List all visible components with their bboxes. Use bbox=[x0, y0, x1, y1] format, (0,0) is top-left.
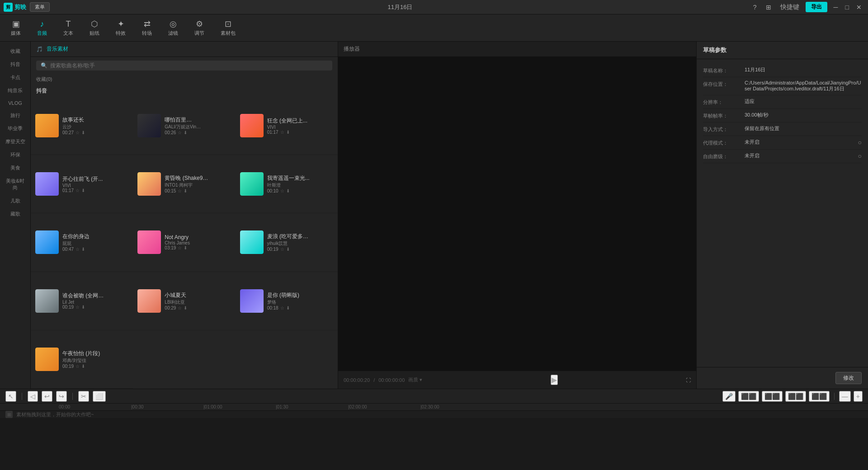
redo-btn[interactable]: ↪ bbox=[56, 391, 67, 402]
song-artist-11: LBI利比亚 bbox=[165, 299, 231, 306]
sidebar-item-vlog[interactable]: VLOG bbox=[3, 98, 28, 108]
sidebar-item-pure-music[interactable]: 纯音乐 bbox=[3, 85, 28, 97]
toolbar-materials[interactable]: ⊡ 素材包 bbox=[217, 17, 239, 38]
star-btn-5[interactable]: ☆ bbox=[178, 188, 182, 193]
download-btn-3[interactable]: ⬇ bbox=[286, 130, 290, 135]
toolbar-adjust[interactable]: ⚙ 调节 bbox=[191, 17, 208, 38]
song-artist-5: INTO1·周柯宇 bbox=[165, 182, 231, 188]
toolbar-text[interactable]: T 文本 bbox=[60, 18, 77, 38]
maximize-btn[interactable]: □ bbox=[843, 3, 852, 12]
proxy-toggle[interactable]: ○ bbox=[858, 139, 862, 146]
star-btn-4[interactable]: ☆ bbox=[75, 188, 80, 193]
download-btn-11[interactable]: ⬇ bbox=[184, 306, 187, 310]
toolbar: ▣ 媒体 ♪ 音频 T 文本 ⬡ 贴纸 ✦ 特效 ⇄ 转场 ◎ 滤镜 ⚙ 调节 … bbox=[0, 14, 868, 42]
grid-btn[interactable]: ⬛⬛ bbox=[762, 391, 783, 402]
star-btn-2[interactable]: ☆ bbox=[178, 130, 182, 135]
list-item[interactable]: 开心往前飞 (开... VIVI 01:17 ☆ ⬇ bbox=[31, 155, 133, 213]
list-item[interactable]: 在你的身边 屁屁 00:47 ☆ ⬇ bbox=[31, 213, 133, 272]
fullscreen-icon[interactable]: ⛶ bbox=[686, 377, 691, 383]
toolbar-filter[interactable]: ◎ 滤镜 bbox=[165, 17, 182, 38]
star-btn-3[interactable]: ☆ bbox=[280, 130, 284, 135]
play-btn[interactable]: ▶ bbox=[551, 375, 558, 385]
star-btn-1[interactable]: ☆ bbox=[75, 130, 80, 135]
star-btn-13[interactable]: ☆ bbox=[75, 364, 80, 369]
collections-label: 收藏(0) bbox=[31, 74, 338, 85]
list-item[interactable]: 哪怕百里… GALI/万妮达Vin… 00:26 ☆ ⬇ bbox=[133, 97, 235, 155]
sidebar-item-environment[interactable]: 环保 bbox=[3, 149, 28, 161]
download-btn-1[interactable]: ⬇ bbox=[81, 130, 85, 135]
sidebar-item-food[interactable]: 美食 bbox=[3, 162, 28, 174]
modify-btn[interactable]: 修改 bbox=[835, 372, 862, 384]
download-btn-5[interactable]: ⬇ bbox=[184, 188, 187, 193]
record-btn[interactable]: 🎤 bbox=[722, 391, 736, 402]
param-value-import: 保留在原有位置 bbox=[745, 125, 862, 132]
song-duration-1: 00:27 ☆ ⬇ bbox=[62, 130, 128, 135]
download-btn-12[interactable]: ⬇ bbox=[286, 306, 290, 310]
list-item[interactable]: 黄昏晚 (Shake9… INTO1·周柯宇 00:15 ☆ ⬇ bbox=[133, 155, 235, 213]
project-dropdown-btn[interactable]: 素单 bbox=[30, 2, 50, 12]
shortcut-btn[interactable]: 快捷键 bbox=[778, 2, 802, 12]
thumb-img-5 bbox=[137, 172, 161, 196]
sidebar-item-children[interactable]: 儿歌 bbox=[3, 195, 28, 207]
list-item[interactable]: 是你 (萌蝌版) 梦络 00:18 ☆ ⬇ bbox=[236, 272, 338, 330]
download-btn-6[interactable]: ⬇ bbox=[286, 188, 290, 193]
download-btn-8[interactable]: ⬇ bbox=[184, 245, 187, 250]
star-btn-11[interactable]: ☆ bbox=[178, 306, 182, 310]
help-btn[interactable]: ? bbox=[750, 3, 760, 12]
sidebar-item-collections[interactable]: 收藏 bbox=[3, 45, 28, 57]
sidebar-item-piano[interactable]: 藏歌 bbox=[3, 208, 28, 220]
separator-1 bbox=[22, 393, 22, 400]
list-item[interactable]: 小城夏天 LBI利比亚 00:29 ☆ ⬇ bbox=[133, 272, 235, 330]
list-item[interactable]: 谁会被吻 (全网… Lil Jet 00:19 ☆ ⬇ bbox=[31, 272, 133, 330]
song-artist-2: GALI/万妮达Vin… bbox=[165, 124, 231, 130]
link-btn[interactable]: ⬛⬛ bbox=[785, 391, 806, 402]
layout-btn[interactable]: ⊞ bbox=[763, 3, 774, 12]
sidebar-item-camping[interactable]: 摩登天空 bbox=[3, 136, 28, 148]
auto-toggle[interactable]: ○ bbox=[858, 152, 862, 160]
zoom-in-btn[interactable]: + bbox=[854, 391, 863, 402]
download-btn-10[interactable]: ⬇ bbox=[81, 305, 85, 310]
list-item[interactable]: 麦浪 (吃可爱多… yihuik苡慧 00:19 ☆ ⬇ bbox=[236, 213, 338, 272]
list-item[interactable]: 午夜怡怡 (片段) 邓典/刘玺佳 00:19 ☆ ⬇ bbox=[31, 330, 133, 389]
select-tool-btn[interactable]: ↖ bbox=[5, 391, 16, 402]
minimize-btn[interactable]: ─ bbox=[831, 3, 841, 12]
sidebar-item-douyin[interactable]: 抖音 bbox=[3, 58, 28, 70]
prev-btn[interactable]: ◁ bbox=[28, 391, 38, 402]
sidebar-item-card[interactable]: 卡点 bbox=[3, 71, 28, 84]
list-item[interactable]: 故事还长 云沙 00:27 ☆ ⬇ bbox=[31, 97, 133, 155]
star-btn-12[interactable]: ☆ bbox=[280, 306, 284, 310]
star-btn-10[interactable]: ☆ bbox=[75, 305, 80, 310]
text-icon: T bbox=[66, 19, 71, 29]
star-btn-7[interactable]: ☆ bbox=[75, 247, 80, 252]
export-btn[interactable]: 导出 bbox=[806, 2, 827, 12]
download-btn-13[interactable]: ⬇ bbox=[81, 364, 85, 369]
star-btn-9[interactable]: ☆ bbox=[280, 247, 284, 252]
split-btn[interactable]: ✂ bbox=[78, 391, 89, 402]
download-btn-2[interactable]: ⬇ bbox=[184, 130, 187, 135]
list-item[interactable]: 狂念 (全网已上... VIVI 01:17 ☆ ⬇ bbox=[236, 97, 338, 155]
toolbar-effect[interactable]: ✦ 特效 bbox=[112, 17, 129, 38]
undo-btn[interactable]: ↩ bbox=[42, 391, 52, 402]
star-btn-8[interactable]: ☆ bbox=[178, 245, 182, 250]
download-btn-7[interactable]: ⬇ bbox=[81, 247, 85, 252]
list-item[interactable]: Not Angry Chris James 03:19 ☆ ⬇ bbox=[133, 213, 235, 272]
snap-btn[interactable]: ⬛⬛ bbox=[738, 391, 759, 402]
sidebar-item-graduation[interactable]: 毕业季 bbox=[3, 122, 28, 135]
toolbar-media[interactable]: ▣ 媒体 bbox=[7, 17, 24, 38]
sidebar-item-travel[interactable]: 旅行 bbox=[3, 109, 28, 122]
delete-btn[interactable]: ⬜ bbox=[93, 391, 106, 402]
list-item[interactable]: 我寄遥遥一束光... 叶斯澄 00:10 ☆ ⬇ bbox=[236, 155, 338, 213]
align-btn[interactable]: ⬛⬛ bbox=[809, 391, 830, 402]
sidebar-item-fashion[interactable]: 美妆&时尚 bbox=[3, 175, 28, 194]
download-btn-4[interactable]: ⬇ bbox=[81, 188, 85, 193]
timeline-toolbar: ↖ ◁ ↩ ↪ ✂ ⬜ 🎤 ⬛⬛ ⬛⬛ ⬛⬛ ⬛⬛ — + bbox=[0, 389, 868, 404]
zoom-out-btn[interactable]: — bbox=[839, 391, 851, 402]
download-btn-9[interactable]: ⬇ bbox=[286, 247, 290, 252]
toolbar-audio[interactable]: ♪ 音频 bbox=[33, 18, 51, 38]
star-btn-6[interactable]: ☆ bbox=[280, 188, 284, 193]
search-bar[interactable]: 🔍 bbox=[36, 61, 332, 70]
search-input[interactable] bbox=[50, 62, 328, 69]
toolbar-sticker[interactable]: ⬡ 贴纸 bbox=[86, 17, 103, 38]
toolbar-transition[interactable]: ⇄ 转场 bbox=[138, 17, 156, 38]
close-btn[interactable]: ✕ bbox=[854, 3, 864, 12]
